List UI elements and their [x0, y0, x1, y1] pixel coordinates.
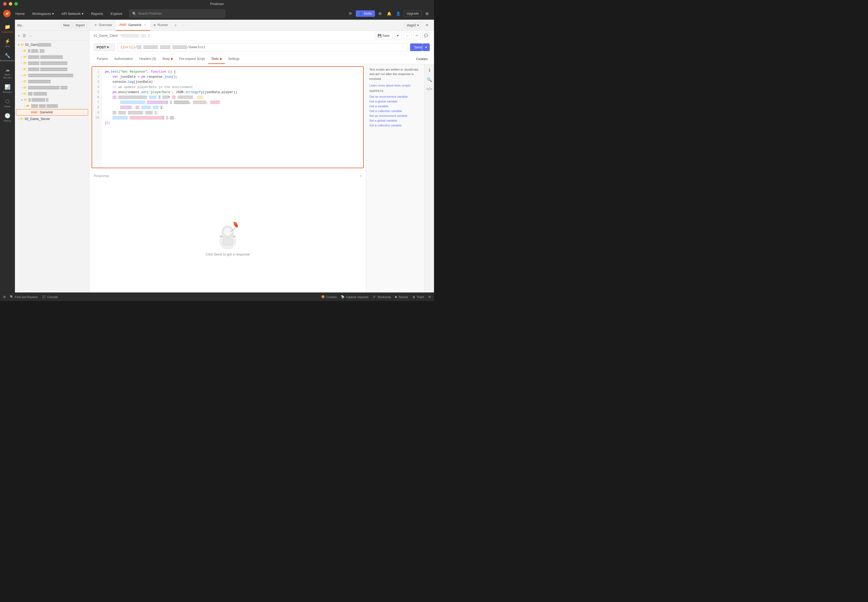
response-collapse-icon[interactable]: ▾	[360, 174, 362, 178]
invite-button[interactable]: 👤 Invite	[356, 11, 375, 17]
code-text[interactable]: pm.test("Get Response", function () { va…	[102, 67, 363, 168]
find-replace-button[interactable]: 🔍 Find and Replace	[10, 295, 38, 299]
list-item[interactable]: › 📁 ▒▒▒▒▒ ▒▒▒▒▒▒▒▒▒▒	[16, 54, 88, 60]
sidebar-item-history[interactable]: 🕐 History	[1, 111, 14, 124]
upgrade-button[interactable]: Upgrade	[404, 11, 422, 17]
nav-api-network[interactable]: API Network ▾	[59, 11, 86, 17]
code-editor[interactable]: 1 2 3 4 5 6 7 8 9 10 pm.tes	[92, 66, 364, 168]
breadcrumb-collection[interactable]: 01_Game_Client	[94, 34, 118, 37]
close-tab-icon[interactable]: ✕	[144, 23, 146, 27]
save-button[interactable]: 💾 Save	[375, 32, 393, 39]
panels-toggle-button[interactable]: ⊞	[3, 295, 6, 299]
chevron-right-icon[interactable]: ›	[21, 92, 22, 95]
expand-icon[interactable]: ⊞	[423, 10, 431, 17]
list-item[interactable]: ▾ 📁 ▒ ▒▒▒▒▒▒ ▒	[16, 97, 88, 103]
tab-authorization[interactable]: Authorization	[111, 54, 136, 64]
avatar-icon[interactable]: 👤	[395, 10, 402, 17]
bootcamp-button[interactable]: 🎓 Bootcamp	[373, 295, 391, 299]
snippet-get-env-var[interactable]: Get an environment variable	[370, 94, 421, 99]
list-item[interactable]: › 📁 ▒ ▒▒▒, ▒▒.	[16, 48, 88, 54]
tab-runner[interactable]: ▶ Runner	[150, 20, 172, 31]
request-gameinit[interactable]: POST GameInit	[16, 109, 88, 115]
save-dropdown-button[interactable]: ▾	[394, 32, 402, 39]
chevron-right-icon[interactable]: ›	[21, 80, 22, 83]
close-button[interactable]	[3, 2, 7, 6]
chevron-right-icon[interactable]: ›	[21, 55, 22, 58]
nav-workspaces[interactable]: Workspaces ▾	[29, 11, 57, 17]
sidebar-item-apis[interactable]: ⚡ APIs	[1, 36, 14, 50]
chevron-right-icon[interactable]: ›	[21, 68, 22, 71]
list-item[interactable]: › 📁 ▒▒▒▒▒ ▒▒▒▒▒▒▒▒▒▒▒▒	[16, 66, 88, 72]
minimize-button[interactable]	[9, 2, 12, 6]
cookies-bottom-button[interactable]: 🍪 Cookies	[321, 295, 337, 299]
add-collection-button[interactable]: +	[17, 33, 21, 38]
tab-overview[interactable]: 👁 Overview	[90, 20, 116, 31]
edit-request-button[interactable]: ✏	[413, 32, 421, 39]
tab-headers[interactable]: Headers (9)	[136, 54, 159, 64]
send-button[interactable]: Send	[410, 43, 422, 51]
cookies-button[interactable]: Cookies	[414, 56, 430, 62]
app-logo[interactable]: 🪐	[3, 10, 11, 17]
environment-selector[interactable]: stage2 ▾	[404, 22, 421, 28]
window-controls[interactable]	[3, 2, 18, 6]
chevron-right-icon[interactable]: ›	[21, 49, 22, 52]
chevron-right-icon[interactable]: ›	[21, 74, 22, 77]
add-tab-button[interactable]: +	[172, 20, 179, 31]
trash-button[interactable]: 🗑 Trash	[413, 295, 424, 299]
list-item[interactable]: › 📁 ▒▒▒▒▒▒▒▒▒▒▒▒▒▒ ▒▒▒	[16, 84, 88, 91]
tab-body[interactable]: Body	[159, 54, 176, 64]
chevron-right-icon[interactable]: ›	[21, 86, 22, 89]
collection-02-game-server[interactable]: › 📁 02_Game_Server	[16, 116, 88, 122]
chevron-right-icon[interactable]: ›	[25, 104, 25, 108]
runner-bottom-button[interactable]: ▶ Runner	[395, 295, 408, 299]
list-item[interactable]: › 📁 ▒▒▒▒▒▒▒▒▒▒	[16, 78, 88, 84]
sidebar-item-flows[interactable]: ⬡ Flows	[1, 96, 14, 110]
snippet-set-env-var[interactable]: Set an environment variable	[370, 114, 421, 118]
method-selector[interactable]: POST ▾	[94, 43, 115, 51]
search-bar[interactable]: 🔍 Search Postman	[129, 9, 225, 18]
learn-more-link[interactable]: Learn more about tests scripts	[370, 84, 421, 87]
tab-gameinit[interactable]: POST GameInit ✕	[116, 20, 150, 31]
capture-requests-button[interactable]: 📡 Capture requests	[341, 295, 368, 299]
collection-01-game-client[interactable]: ▾ 📁 01_Gam▒▒▒▒▒▒	[16, 42, 88, 48]
list-item[interactable]: › 📂 ▒▒▒ ▒▒▒ ▒▒▒▒▒	[16, 103, 88, 109]
nav-reports[interactable]: Reports	[88, 11, 106, 17]
tab-params[interactable]: Params	[94, 54, 111, 64]
comment-button[interactable]: 💬	[422, 32, 430, 39]
list-item[interactable]: › 📁 ▒▒ ▒▒▒▒▒▒	[16, 91, 88, 97]
url-input[interactable]: {{url}} /▒▒ ▒▒▒▒▒▒▒ ▒▒▒▒▒ ▒▒▒▒▒▒▒/GameIn…	[117, 43, 408, 51]
sidebar-item-environments[interactable]: 🔧 Environments	[1, 51, 14, 64]
tab-tests[interactable]: Tests	[208, 54, 225, 64]
tab-settings[interactable]: Settings	[225, 54, 243, 64]
eye-toggle-button[interactable]: 👁	[423, 22, 431, 29]
tab-pre-request[interactable]: Pre-request Script	[176, 54, 208, 64]
more-request-options-button[interactable]: ···	[403, 32, 412, 39]
list-item[interactable]: › 📁 ▒▒▒▒▒▒▒▒▒▒▒▒▒▒▒▒▒▒▒▒	[16, 72, 88, 78]
notifications-icon[interactable]: 🔔	[386, 10, 393, 17]
snippet-set-global-var[interactable]: Set a global variable	[370, 118, 421, 123]
more-tabs-button[interactable]: ···	[179, 20, 187, 31]
chevron-down-icon[interactable]: ▾	[18, 43, 20, 46]
list-item[interactable]: › 📁 ▒▒▒▒▒ ▒▒▒▒▒▒▒▒▒▒▒▒	[16, 60, 88, 66]
sidebar-item-collections[interactable]: 📁 Collections	[1, 22, 14, 36]
chevron-right-icon[interactable]: ›	[18, 118, 19, 121]
nav-home[interactable]: Home	[13, 11, 28, 17]
chevron-down-icon[interactable]: ▾	[21, 98, 23, 101]
more-options-button[interactable]: ···	[28, 33, 33, 38]
filter-button[interactable]: ☰	[22, 33, 27, 38]
new-button[interactable]: New	[61, 22, 72, 28]
layout-toggle-button[interactable]: ⊟	[428, 295, 431, 299]
sync-icon[interactable]: ⟳	[347, 10, 354, 17]
sidebar-item-monitors[interactable]: 📊 Monitors	[1, 82, 14, 96]
import-button[interactable]: Import	[73, 22, 87, 28]
console-button[interactable]: ⬛ Console	[42, 295, 58, 299]
snippet-set-collection-var[interactable]: Set a collection variable	[370, 123, 421, 128]
snippet-get-collection-var[interactable]: Get a collection variable	[370, 109, 421, 114]
info-icon-button[interactable]: ℹ	[426, 66, 433, 74]
code-icon-button[interactable]: </>	[426, 85, 433, 93]
sidebar-item-mock-servers[interactable]: ☁ Mock Servers	[1, 64, 14, 81]
chevron-right-icon[interactable]: ›	[21, 62, 22, 64]
snippet-get-global-var[interactable]: Get a global variable	[370, 99, 421, 104]
nav-explore[interactable]: Explore	[108, 11, 125, 17]
settings-icon[interactable]: ⚙	[377, 10, 384, 17]
